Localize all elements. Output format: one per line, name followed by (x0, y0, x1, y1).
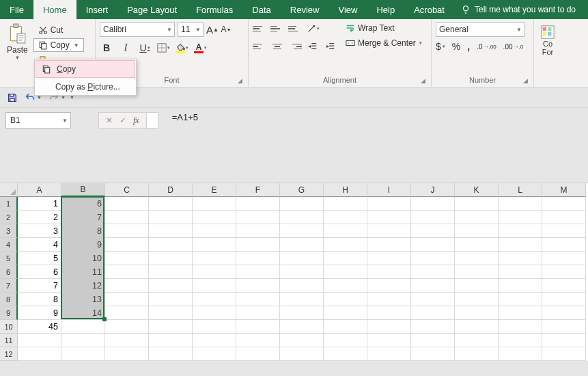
cell-C7[interactable] (105, 279, 149, 293)
cell-E9[interactable] (193, 306, 236, 320)
copy-button[interactable]: Copy ▼ (33, 38, 84, 52)
increase-font-button[interactable]: A▲ (206, 23, 219, 36)
cell-K10[interactable] (455, 320, 499, 334)
cell-B1[interactable]: 6 (61, 197, 105, 211)
cell-K5[interactable] (455, 252, 499, 265)
increase-indent-button[interactable] (324, 40, 337, 53)
copy-menu-copy[interactable]: Copy (36, 60, 135, 78)
row-header-10[interactable]: 10 (0, 320, 18, 334)
cell-G1[interactable] (280, 197, 324, 211)
cell-M8[interactable] (542, 293, 586, 306)
cell-C12[interactable] (105, 347, 149, 361)
tab-view[interactable]: View (328, 0, 367, 19)
cell-H5[interactable] (324, 252, 367, 265)
cell-F9[interactable] (236, 306, 280, 320)
cell-B10[interactable] (61, 320, 105, 334)
cell-H7[interactable] (324, 279, 367, 293)
fill-color-button[interactable]: ▾ (176, 43, 188, 53)
cell-F11[interactable] (236, 334, 280, 347)
cell-L4[interactable] (499, 238, 542, 252)
cell-K6[interactable] (455, 265, 499, 279)
tab-data[interactable]: Data (242, 0, 280, 19)
cell-K1[interactable] (455, 197, 499, 211)
cell-E10[interactable] (193, 320, 236, 334)
bold-button[interactable]: B (100, 41, 113, 55)
copy-menu-picture[interactable]: Copy as Picture... (35, 79, 136, 95)
cell-K7[interactable] (455, 279, 499, 293)
cell-E4[interactable] (193, 238, 236, 252)
cell-D12[interactable] (149, 347, 193, 361)
column-header-A[interactable]: A (18, 183, 61, 197)
cell-M2[interactable] (542, 211, 586, 224)
cell-I8[interactable] (367, 293, 411, 306)
cell-G7[interactable] (280, 279, 324, 293)
cell-I6[interactable] (367, 265, 411, 279)
paste-dropdown-icon[interactable]: ▼ (14, 55, 20, 61)
orientation-button[interactable]: ▾ (306, 22, 320, 36)
cell-E7[interactable] (193, 279, 236, 293)
cell-J4[interactable] (411, 238, 455, 252)
cell-L6[interactable] (499, 265, 542, 279)
cell-F4[interactable] (236, 238, 280, 252)
insert-function-button[interactable]: fx (133, 116, 139, 126)
cell-A8[interactable]: 8 (18, 293, 61, 306)
cell-J8[interactable] (411, 293, 455, 306)
cell-B12[interactable] (61, 347, 105, 361)
cell-D11[interactable] (149, 334, 193, 347)
select-all-corner[interactable] (0, 183, 18, 197)
tab-formulas[interactable]: Formulas (186, 0, 242, 19)
cell-B8[interactable]: 13 (61, 293, 105, 306)
cell-F6[interactable] (236, 265, 280, 279)
underline-button[interactable]: U▾ (138, 41, 152, 55)
cell-K3[interactable] (455, 224, 499, 238)
cell-D8[interactable] (149, 293, 193, 306)
font-name-combo[interactable]: Calibri ▼ (100, 22, 175, 37)
cell-L9[interactable] (499, 306, 542, 320)
cell-C6[interactable] (105, 265, 149, 279)
cell-D6[interactable] (149, 265, 193, 279)
cell-J3[interactable] (411, 224, 455, 238)
cell-M3[interactable] (542, 224, 586, 238)
cell-M10[interactable] (542, 320, 586, 334)
italic-button[interactable]: I (119, 41, 132, 55)
cell-D3[interactable] (149, 224, 193, 238)
cell-B4[interactable]: 9 (61, 238, 105, 252)
cell-C9[interactable] (105, 306, 149, 320)
cell-I1[interactable] (367, 197, 411, 211)
cell-H11[interactable] (324, 334, 367, 347)
cell-F7[interactable] (236, 279, 280, 293)
decrease-indent-button[interactable] (306, 40, 320, 53)
row-header-5[interactable]: 5 (0, 252, 18, 265)
cell-M7[interactable] (542, 279, 586, 293)
cell-D5[interactable] (149, 252, 193, 265)
cell-M9[interactable] (542, 306, 586, 320)
cell-A3[interactable]: 3 (18, 224, 61, 238)
cell-J9[interactable] (411, 306, 455, 320)
cell-K2[interactable] (455, 211, 499, 224)
cell-M6[interactable] (542, 265, 586, 279)
cell-F12[interactable] (236, 347, 280, 361)
cell-A9[interactable]: 9 (18, 306, 61, 320)
cell-F3[interactable] (236, 224, 280, 238)
wrap-text-button[interactable]: Wrap Text (343, 22, 425, 34)
cell-D9[interactable] (149, 306, 193, 320)
cell-C2[interactable] (105, 211, 149, 224)
cell-D1[interactable] (149, 197, 193, 211)
cell-G10[interactable] (280, 320, 324, 334)
cell-I11[interactable] (367, 334, 411, 347)
tab-page-layout[interactable]: Page Layout (117, 0, 186, 19)
cell-B6[interactable]: 11 (61, 265, 105, 279)
tab-insert[interactable]: Insert (76, 0, 118, 19)
cell-C4[interactable] (105, 238, 149, 252)
cell-D7[interactable] (149, 279, 193, 293)
align-bottom-button[interactable] (288, 22, 302, 36)
cell-C1[interactable] (105, 197, 149, 211)
row-header-6[interactable]: 6 (0, 265, 18, 279)
qat-customize-icon[interactable]: ▼ (70, 95, 74, 100)
cell-A10[interactable]: 45 (18, 320, 61, 334)
align-middle-button[interactable] (270, 22, 284, 36)
decrease-font-button[interactable]: A▼ (220, 23, 232, 36)
cell-L8[interactable] (499, 293, 542, 306)
column-header-K[interactable]: K (455, 183, 499, 197)
cell-H1[interactable] (324, 197, 367, 211)
